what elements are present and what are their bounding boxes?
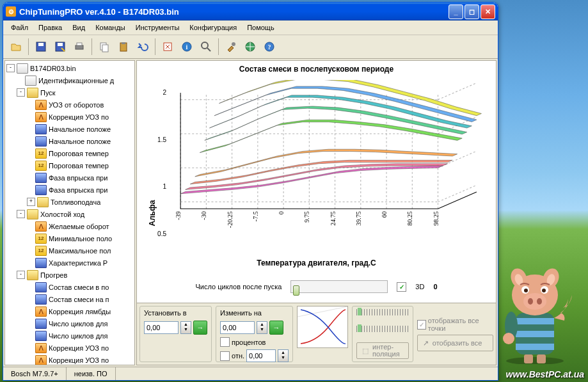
- menu-Команды[interactable]: Команды: [90, 22, 131, 33]
- menu-Помощь[interactable]: Помощь: [242, 22, 280, 33]
- tree-item[interactable]: ⋀Коррекция УОЗ по: [6, 354, 133, 365]
- svg-text:-20.25: -20.25: [226, 211, 234, 228]
- interpolation-button[interactable]: ⬚интер- поляция: [356, 342, 409, 359]
- tree-item[interactable]: -Пуск: [6, 86, 133, 99]
- print-icon[interactable]: [70, 38, 88, 56]
- tree-item[interactable]: Число циклов для: [6, 317, 133, 330]
- show-all-points-checkbox[interactable]: ✓: [417, 320, 426, 330]
- titlebar[interactable]: ⚙ ChipTuningPRO ver.4.10 - B174DR03.bin …: [3, 3, 498, 20]
- menubar: ФайлПравкаВидКомандыИнструментыКонфигура…: [3, 20, 498, 35]
- tree-item[interactable]: ⋀Коррекция лямбды: [6, 305, 133, 317]
- tree-item[interactable]: Характеристика Р: [6, 257, 133, 269]
- copy-icon[interactable]: [95, 38, 113, 56]
- tree-item[interactable]: -Прогрев: [6, 269, 133, 281]
- tree-item[interactable]: 12Минимальное поло: [6, 232, 133, 244]
- paste-icon[interactable]: [115, 38, 132, 56]
- menu-Инструменты[interactable]: Инструменты: [131, 22, 185, 33]
- tree-item[interactable]: +Топливоподача: [6, 196, 133, 208]
- menu-Правка[interactable]: Правка: [33, 22, 67, 33]
- close-button[interactable]: ✕: [481, 4, 495, 19]
- save-icon[interactable]: [32, 38, 50, 56]
- tree-item[interactable]: -Холостой ход: [6, 208, 133, 220]
- svg-rect-59: [524, 354, 533, 363]
- svg-point-54: [506, 357, 564, 364]
- tree-item[interactable]: Фаза впрыска при: [6, 184, 133, 196]
- tree-item[interactable]: ⋀УОЗ от оборотов: [6, 99, 133, 111]
- slider-group: ⬚интер- поляция: [352, 306, 413, 362]
- svg-text:98.25: 98.25: [433, 211, 440, 226]
- maximize-button[interactable]: ◻: [465, 4, 479, 19]
- tools-icon[interactable]: [222, 38, 240, 56]
- menu-Конфигурация[interactable]: Конфигурация: [184, 22, 242, 33]
- menu-Файл[interactable]: Файл: [6, 22, 33, 33]
- svg-text:0: 0: [278, 211, 285, 214]
- chart-title: Состав смеси в послепусковом периоде: [137, 61, 496, 75]
- tree-view[interactable]: -B174DR03.binИдентификационные д-Пуск⋀УО…: [5, 61, 134, 365]
- search-icon[interactable]: [197, 38, 215, 56]
- set-apply-button[interactable]: →: [193, 321, 207, 335]
- mini-slider-1[interactable]: [356, 309, 409, 315]
- svg-rect-5: [77, 43, 82, 45]
- svg-line-19: [438, 185, 477, 202]
- tree-item[interactable]: Состав смеси на п: [6, 293, 133, 305]
- rel-spinner[interactable]: ▲▼: [278, 349, 289, 362]
- statusbar: Bosch M7.9.7+ неизв. ПО: [3, 367, 498, 380]
- tree-item[interactable]: Число циклов для: [6, 330, 133, 342]
- set-value-input[interactable]: [144, 321, 179, 334]
- svg-point-70: [537, 298, 542, 305]
- change-spinner[interactable]: ▲▼: [257, 321, 267, 334]
- svg-rect-56: [516, 318, 554, 324]
- tree-root[interactable]: -B174DR03.bin: [6, 62, 133, 74]
- slider-label: Число циклов после пуска: [196, 283, 282, 290]
- watermark: www.BestPC.at.ua: [506, 369, 584, 379]
- svg-text:-30: -30: [200, 211, 207, 219]
- tree-item[interactable]: Состав смеси в по: [6, 281, 133, 293]
- svg-rect-9: [122, 42, 125, 44]
- help-icon[interactable]: ?: [260, 38, 278, 56]
- tree-item[interactable]: Начальное положе: [6, 123, 133, 135]
- tree-item[interactable]: 12Максимальное пол: [6, 244, 133, 257]
- svg-text:i: i: [186, 44, 188, 51]
- svg-rect-7: [102, 45, 108, 52]
- svg-line-48: [298, 306, 347, 317]
- svg-point-69: [528, 298, 533, 305]
- open-icon[interactable]: [7, 38, 25, 56]
- status-sw: неизв. ПО: [67, 367, 116, 380]
- svg-line-25: [438, 83, 477, 100]
- tree-item[interactable]: Начальное положе: [6, 135, 133, 147]
- network-icon[interactable]: [241, 38, 259, 56]
- read-ecu-icon[interactable]: [159, 38, 177, 56]
- tree-item[interactable]: Фаза впрыска при: [6, 171, 133, 184]
- tree-item[interactable]: Идентификационные д: [6, 74, 133, 86]
- tree-item[interactable]: 12Пороговая темпер: [6, 159, 133, 171]
- undo-icon[interactable]: [134, 38, 152, 56]
- app-window: ⚙ ChipTuningPRO ver.4.10 - B174DR03.bin …: [3, 2, 498, 381]
- mini-slider-2[interactable]: [356, 326, 409, 332]
- rel-value-input[interactable]: [246, 349, 276, 362]
- change-apply-button[interactable]: →: [269, 321, 283, 335]
- svg-text:24.75: 24.75: [330, 211, 337, 226]
- save-as-icon[interactable]: [51, 38, 69, 56]
- minimize-button[interactable]: _: [449, 4, 463, 19]
- desktop-mascot-icon[interactable]: [493, 262, 576, 364]
- tree-item[interactable]: ⋀Желаемые оборот: [6, 220, 133, 232]
- relative-checkbox[interactable]: [220, 351, 230, 361]
- info-icon[interactable]: i: [178, 38, 196, 56]
- svg-rect-1: [38, 43, 44, 46]
- 3d-checkbox[interactable]: ✓: [397, 282, 406, 292]
- tree-item[interactable]: 12Пороговая темпер: [6, 147, 133, 159]
- tree-item[interactable]: ⋀Коррекция УОЗ по: [6, 111, 133, 123]
- menu-Вид[interactable]: Вид: [67, 22, 90, 33]
- svg-text:80.25: 80.25: [406, 211, 413, 226]
- set-spinner[interactable]: ▲▼: [180, 321, 191, 334]
- surface-plot[interactable]: -39-30-20.25-7.509.7524.7539.756080.2598…: [168, 80, 489, 228]
- app-icon: ⚙: [6, 6, 16, 17]
- z-slider[interactable]: [290, 280, 388, 293]
- change-value-input[interactable]: [220, 321, 255, 334]
- tree-item[interactable]: ⋀Коррекция УОЗ по: [6, 342, 133, 354]
- rel-label: отн.: [232, 352, 244, 360]
- svg-rect-57: [516, 331, 554, 337]
- percent-checkbox[interactable]: [220, 337, 230, 347]
- svg-text:9.75: 9.75: [303, 211, 310, 223]
- show-all-button[interactable]: ↗отобразить все: [417, 335, 493, 351]
